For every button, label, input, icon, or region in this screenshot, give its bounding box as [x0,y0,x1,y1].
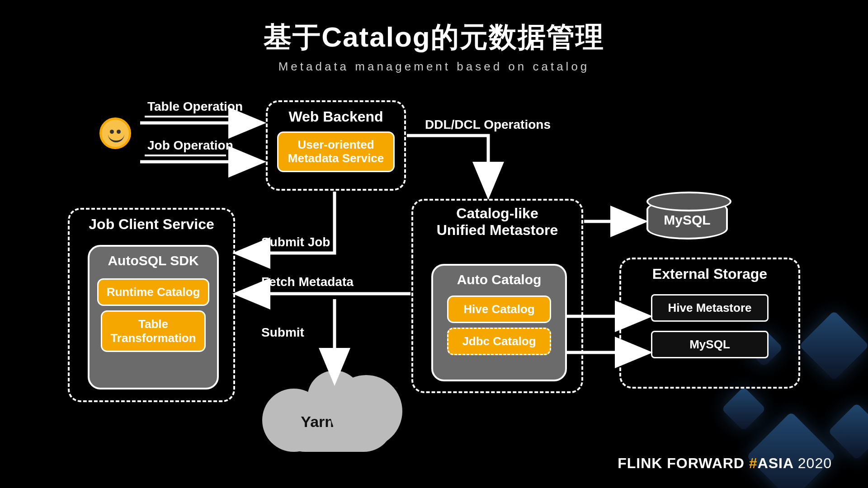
footer-flink: FLINK [618,455,662,471]
footer-forward: FORWARD [667,455,745,471]
footer-asia: ASIA [758,455,793,471]
label-submit-job: Submit Job [261,235,330,249]
footer-branding: FLINK FORWARD #ASIA 2020 [618,455,832,472]
architecture-diagram: Web Backend User-oriented Metadata Servi… [0,0,868,488]
label-job-operation: Job Operation [147,138,233,153]
arrows-svg [0,0,868,488]
footer-hash: # [749,455,758,471]
label-table-operation: Table Operation [147,99,243,114]
label-submit: Submit [261,325,304,340]
footer-year: 2020 [798,455,832,471]
label-ddl-dcl: DDL/DCL Operations [425,117,551,132]
label-fetch-metadata: Fetch Metadata [261,275,354,289]
